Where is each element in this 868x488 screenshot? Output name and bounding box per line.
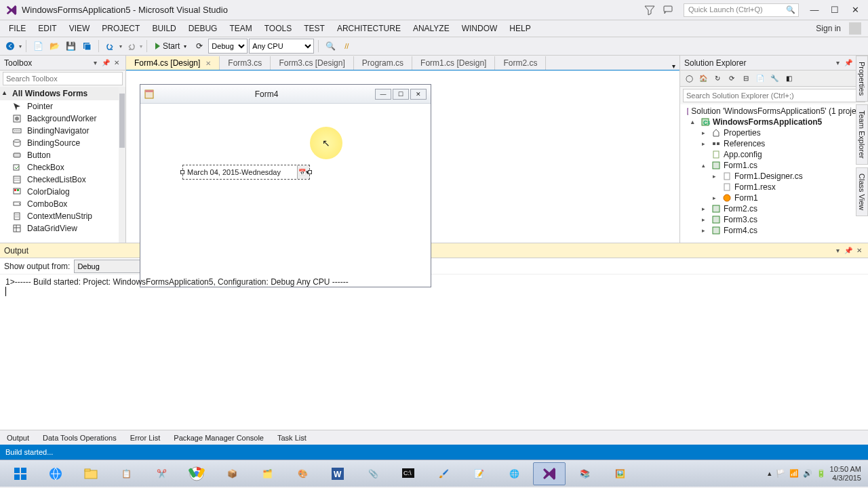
taskbar-chrome-icon[interactable] bbox=[180, 462, 213, 485]
toolbox-item[interactable]: DataGridView bbox=[0, 222, 125, 235]
maximize-button[interactable]: ☐ bbox=[825, 3, 845, 18]
tree-node[interactable]: ▸Form3.cs bbox=[680, 214, 868, 225]
taskbar-word-icon[interactable]: W bbox=[321, 462, 354, 485]
bottom-tab-output[interactable]: Output bbox=[0, 432, 36, 444]
tree-node[interactable]: ▸Form2.cs bbox=[680, 203, 868, 214]
pin-icon[interactable]: 📌 bbox=[101, 58, 111, 68]
doc-tab[interactable]: Form1.cs [Design] bbox=[412, 56, 495, 70]
close-button[interactable]: ✕ bbox=[845, 3, 865, 18]
pin-icon[interactable]: 📌 bbox=[844, 246, 853, 256]
taskbar-app-icon[interactable]: 📎 bbox=[357, 462, 389, 485]
toolbox-item[interactable]: BindingSource bbox=[0, 137, 125, 149]
menu-analyze[interactable]: ANALYZE bbox=[407, 22, 456, 35]
nav-back-button[interactable] bbox=[3, 39, 18, 54]
toolbox-item[interactable]: BindingNavigator bbox=[0, 125, 125, 137]
toolbox-group[interactable]: All Windows Forms bbox=[0, 87, 125, 100]
taskbar-app-icon[interactable]: 📦 bbox=[216, 462, 248, 485]
taskbar-app-icon[interactable]: 📋 bbox=[110, 462, 142, 485]
funnel-icon[interactable] bbox=[644, 5, 655, 16]
datetimepicker-control[interactable]: March 04, 2015-Wednesday 📅▾ bbox=[182, 165, 310, 180]
tray-clock[interactable]: 10:50 AM 4/3/2015 bbox=[830, 465, 861, 481]
toolbox-item[interactable]: Pointer bbox=[0, 100, 125, 113]
tree-node[interactable]: ▸Properties bbox=[680, 127, 868, 138]
toolbox-item[interactable]: ComboBox bbox=[0, 198, 125, 210]
taskbar-explorer-icon[interactable] bbox=[75, 462, 107, 485]
panel-menu-icon[interactable]: ▾ bbox=[833, 246, 842, 256]
properties-icon[interactable]: 🔧 bbox=[768, 73, 781, 85]
preview-icon[interactable]: ◧ bbox=[783, 73, 795, 85]
tab-overflow-icon[interactable]: ▾ bbox=[668, 62, 679, 70]
tab-close-icon[interactable]: ✕ bbox=[205, 60, 211, 67]
tree-solution[interactable]: Solution 'WindowsFormsApplication5' (1 p… bbox=[680, 106, 868, 117]
tree-node[interactable]: ▴Form1.cs bbox=[680, 160, 868, 171]
toolbox-item[interactable]: ContextMenuStrip bbox=[0, 210, 125, 222]
feedback-icon[interactable] bbox=[663, 5, 674, 16]
save-all-button[interactable] bbox=[79, 39, 94, 54]
menu-debug[interactable]: DEBUG bbox=[182, 22, 224, 35]
start-button[interactable]: Start▾ bbox=[151, 39, 191, 54]
right-tab-properties[interactable]: Properties bbox=[856, 56, 868, 102]
toolbox-item[interactable]: ColorDialog bbox=[0, 186, 125, 198]
home-icon[interactable]: 🏠 bbox=[697, 73, 709, 85]
close-panel-icon[interactable]: ✕ bbox=[112, 58, 121, 68]
menu-team[interactable]: TEAM bbox=[223, 22, 258, 35]
taskbar-paint-icon[interactable]: 🎨 bbox=[286, 462, 319, 485]
new-project-button[interactable]: 📄 bbox=[31, 39, 45, 54]
tray-network-icon[interactable]: 📶 bbox=[789, 469, 799, 478]
sign-in-link[interactable]: Sign in bbox=[810, 22, 846, 35]
sync-icon[interactable]: ↻ bbox=[711, 73, 724, 85]
user-avatar-icon[interactable] bbox=[849, 22, 861, 35]
menu-test[interactable]: TEST bbox=[298, 22, 331, 35]
menu-build[interactable]: BUILD bbox=[146, 22, 182, 35]
form-designer[interactable]: Form4 — ☐ ✕ ↖ March 04, 2015-Wednesday 📅… bbox=[126, 70, 679, 243]
start-menu-button[interactable] bbox=[4, 462, 37, 485]
menu-project[interactable]: PROJECT bbox=[96, 22, 146, 35]
doc-tab[interactable]: Form2.cs bbox=[495, 56, 546, 70]
refresh-icon[interactable]: ⟳ bbox=[726, 73, 738, 85]
close-panel-icon[interactable]: ✕ bbox=[854, 246, 864, 256]
form-window[interactable]: Form4 — ☐ ✕ ↖ March 04, 2015-Wednesday 📅… bbox=[140, 84, 431, 287]
config-select[interactable]: Debug bbox=[208, 39, 248, 54]
back-icon[interactable]: ◯ bbox=[683, 73, 695, 85]
toolbox-item[interactable]: CheckedListBox bbox=[0, 174, 125, 186]
output-text[interactable]: 1>------ Build started: Project: Windows… bbox=[0, 274, 868, 430]
toolbox-item[interactable]: BackgroundWorker bbox=[0, 113, 125, 125]
toolbox-item[interactable]: CheckBox bbox=[0, 161, 125, 174]
quick-launch-input[interactable]: Quick Launch (Ctrl+Q)🔍 bbox=[684, 3, 799, 17]
menu-help[interactable]: HELP bbox=[503, 22, 536, 35]
menu-view[interactable]: VIEW bbox=[63, 22, 96, 35]
menu-tools[interactable]: TOOLS bbox=[258, 22, 298, 35]
taskbar-app-icon[interactable]: 🌐 bbox=[498, 462, 530, 485]
tree-node[interactable]: ▸Form1.Designer.cs bbox=[680, 171, 868, 182]
collapse-icon[interactable]: ⊟ bbox=[740, 73, 752, 85]
bottom-tab-pmc[interactable]: Package Manager Console bbox=[167, 432, 271, 444]
restart-icon[interactable]: ⟳ bbox=[192, 39, 207, 54]
doc-tab[interactable]: Form4.cs [Design]✕ bbox=[126, 56, 220, 70]
taskbar-cmd-icon[interactable]: C:\ bbox=[392, 462, 425, 485]
tree-node[interactable]: ▸Form4.cs bbox=[680, 225, 868, 236]
doc-tab[interactable]: Program.cs bbox=[354, 56, 412, 70]
tree-node[interactable]: Form1.resx bbox=[680, 182, 868, 192]
bottom-tab-datatools[interactable]: Data Tools Operations bbox=[36, 432, 123, 444]
pin-icon[interactable]: 📌 bbox=[844, 58, 853, 68]
undo-button[interactable] bbox=[103, 39, 118, 54]
menu-architecture[interactable]: ARCHITECTURE bbox=[331, 22, 407, 35]
toolbox-search-input[interactable] bbox=[3, 72, 123, 85]
save-button[interactable]: 💾 bbox=[63, 39, 78, 54]
bottom-tab-errorlist[interactable]: Error List bbox=[123, 432, 167, 444]
taskbar-ie-icon[interactable] bbox=[39, 462, 72, 485]
doc-tab[interactable]: Form3.cs bbox=[220, 56, 271, 70]
solexp-search-input[interactable] bbox=[683, 89, 865, 102]
bottom-tab-tasklist[interactable]: Task List bbox=[271, 432, 313, 444]
taskbar-app-icon[interactable]: 📝 bbox=[462, 462, 495, 485]
menu-file[interactable]: FILE bbox=[3, 22, 32, 35]
tray-flag-icon[interactable]: 🏳️ bbox=[776, 469, 785, 478]
redo-button[interactable] bbox=[123, 39, 138, 54]
taskbar-vs-icon[interactable] bbox=[533, 462, 566, 485]
right-tab-team-explorer[interactable]: Team Explorer bbox=[856, 104, 868, 165]
tree-node[interactable]: ▸Form1 bbox=[680, 192, 868, 203]
taskbar-app-icon[interactable]: 🖌️ bbox=[427, 462, 460, 485]
tree-project[interactable]: ▴C#WindowsFormsApplication5 bbox=[680, 117, 868, 127]
find-button[interactable]: 🔍 bbox=[323, 39, 338, 54]
tree-node[interactable]: ▸References bbox=[680, 138, 868, 149]
